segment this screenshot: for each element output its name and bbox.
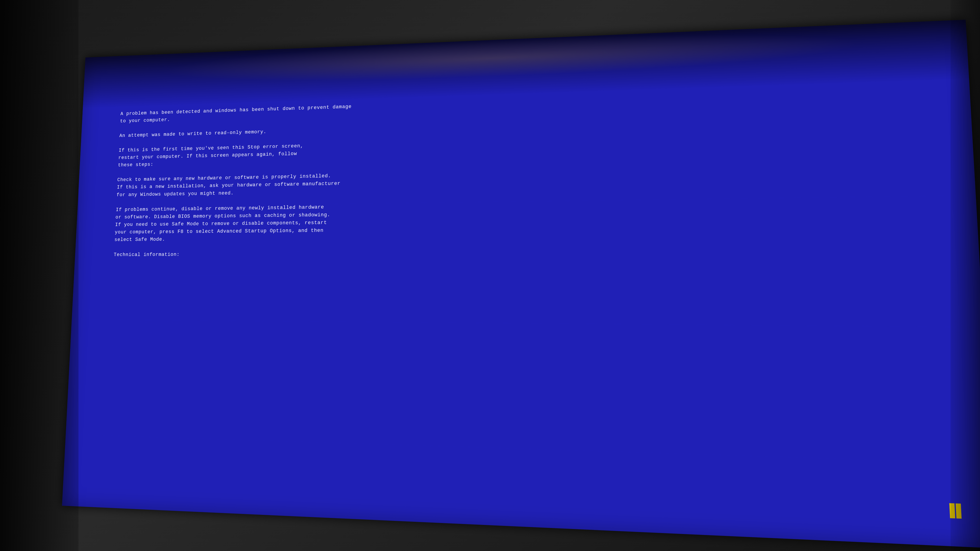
bsod-spacer-21	[113, 265, 928, 274]
bsod-text-content: A problem has been detected and windows …	[62, 20, 980, 548]
yellow-bar-left	[949, 503, 955, 519]
yellow-bar-right	[956, 503, 962, 519]
monitor-frame: A problem has been detected and windows …	[0, 0, 980, 551]
bsod-screen: A problem has been detected and windows …	[62, 20, 980, 548]
pause-bars-indicator	[949, 503, 962, 519]
